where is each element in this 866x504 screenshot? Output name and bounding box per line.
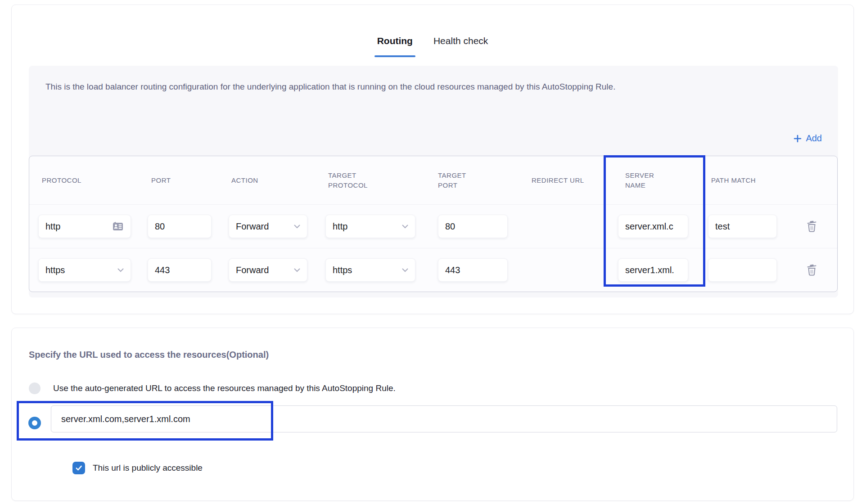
custom-url-radio[interactable] — [28, 417, 41, 429]
table-row-2-target-protocol-cell: https — [318, 248, 431, 292]
table-row-1-port-cell — [140, 205, 221, 248]
chevron-down-icon — [402, 268, 408, 272]
target-protocol-value: http — [333, 221, 347, 232]
chevron-down-icon — [117, 268, 124, 272]
table-row-1-action-cell: Forward — [221, 205, 318, 248]
table-row-1-server-name-cell — [607, 205, 703, 248]
table-row-2-action-cell: Forward — [221, 248, 318, 292]
plus-icon — [794, 135, 802, 143]
routing-panel: This is the load balancer routing config… — [29, 66, 838, 297]
check-icon — [75, 464, 83, 472]
tab-bar: Routing Health check — [12, 5, 853, 57]
column-header-path-match: PATH MATCH — [703, 156, 786, 205]
table-row-1-actions-cell — [786, 205, 837, 248]
trash-icon — [806, 263, 818, 277]
table-row-2-path-match-cell — [703, 248, 786, 292]
column-header-action: ACTION — [221, 156, 318, 205]
protocol-value: http — [45, 221, 60, 232]
url-section-title: Specify the URL used to access the resou… — [29, 350, 269, 360]
column-header-server-name: SERVER NAME — [607, 156, 703, 205]
action-value: Forward — [236, 265, 269, 275]
port-input[interactable] — [148, 258, 212, 282]
routing-description: This is the load balancer routing config… — [45, 80, 615, 93]
delete-row-button[interactable] — [804, 261, 820, 279]
table-row-1-target-protocol-cell: http — [318, 205, 431, 248]
column-header-target-port: TARGET PORT — [431, 156, 519, 205]
table-row-1-path-match-cell — [703, 205, 786, 248]
contact-card-icon[interactable] — [112, 221, 124, 231]
table-row-2-redirect-url-cell — [519, 248, 607, 292]
protocol-select[interactable]: https — [38, 258, 131, 282]
routing-card: Routing Health check This is the load ba… — [11, 4, 854, 314]
target-port-input[interactable] — [438, 215, 508, 238]
column-header-protocol: PROTOCOL — [29, 156, 140, 205]
table-row-2-port-cell — [140, 248, 221, 292]
table-row-2-server-name-cell — [607, 248, 703, 292]
table-row-1-redirect-url-cell — [519, 205, 607, 248]
action-value: Forward — [236, 221, 269, 232]
protocol-picker-field[interactable]: http — [38, 215, 131, 238]
public-access-label: This url is publicly accessible — [93, 463, 203, 473]
add-button[interactable]: Add — [794, 133, 822, 144]
server-name-input[interactable] — [618, 258, 688, 282]
public-access-option: This url is publicly accessible — [72, 462, 203, 474]
auto-url-label: Use the auto-generated URL to access the… — [53, 383, 396, 393]
tab-routing[interactable]: Routing — [374, 36, 415, 57]
table-row-2-target-port-cell — [431, 248, 519, 292]
table-row-1-target-port-cell — [431, 205, 519, 248]
table-row-2-protocol-cell: https — [29, 248, 140, 292]
target-protocol-select[interactable]: https — [325, 258, 415, 282]
column-header-redirect-url: REDIRECT URL — [519, 156, 607, 205]
public-access-checkbox[interactable] — [72, 462, 85, 474]
auto-url-radio[interactable] — [29, 382, 41, 394]
table-row-1-protocol-cell: http — [29, 205, 140, 248]
target-protocol-value: https — [333, 265, 352, 275]
path-match-input[interactable] — [708, 258, 777, 282]
table-row-2-actions-cell — [786, 248, 837, 292]
column-header-target-protocol: TARGET PROTOCOL — [318, 156, 431, 205]
protocol-value: https — [45, 265, 65, 275]
delete-row-button[interactable] — [804, 218, 820, 235]
custom-url-input[interactable] — [51, 405, 837, 432]
add-button-label: Add — [806, 133, 822, 144]
trash-icon — [806, 220, 818, 233]
chevron-down-icon — [294, 225, 300, 229]
column-header-actions — [786, 156, 837, 205]
chevron-down-icon — [294, 268, 300, 272]
routing-table: PROTOCOL PORT ACTION TARGET PROTOCOL TAR… — [29, 156, 838, 292]
target-port-input[interactable] — [438, 258, 508, 282]
chevron-down-icon — [402, 225, 408, 229]
target-protocol-select[interactable]: http — [325, 215, 415, 238]
tab-health-check[interactable]: Health check — [431, 36, 491, 57]
path-match-input[interactable] — [708, 215, 777, 238]
action-select[interactable]: Forward — [229, 258, 307, 282]
server-name-input[interactable] — [618, 215, 688, 238]
port-input[interactable] — [148, 215, 212, 238]
auto-url-option: Use the auto-generated URL to access the… — [29, 382, 396, 394]
column-header-port: PORT — [140, 156, 221, 205]
action-select[interactable]: Forward — [229, 215, 307, 238]
url-card: Specify the URL used to access the resou… — [11, 328, 854, 501]
